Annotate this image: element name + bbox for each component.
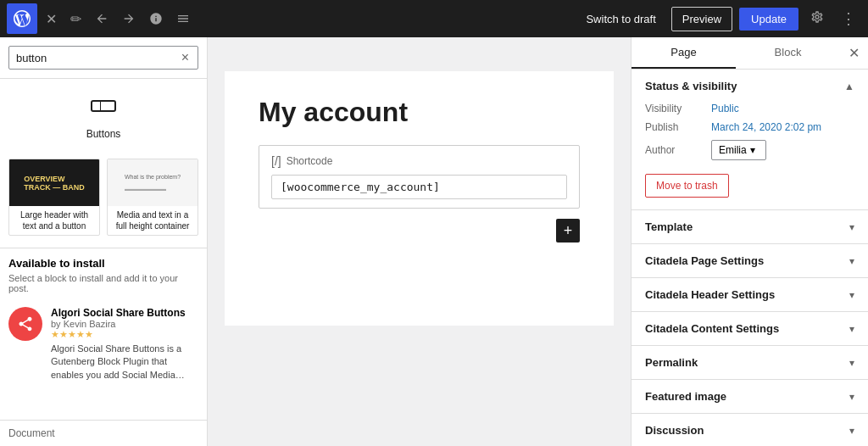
toolbar-left: ✕ ✏ [7,3,195,34]
template-header[interactable]: Template ▾ [632,210,868,243]
featured-image-chevron: ▾ [849,391,854,403]
pattern-thumb-img-2: What is the problem?▬▬▬▬▬▬▬ [108,159,198,206]
list-view-button[interactable] [171,7,195,31]
permalink-section: Permalink ▾ [632,346,868,380]
search-input[interactable] [16,52,180,64]
publish-value[interactable]: March 24, 2020 2:02 pm [711,121,821,133]
shortcode-block: [/] Shortcode [259,145,580,209]
right-panel-close-button[interactable]: ✕ [840,37,868,69]
pattern-thumb-1[interactable]: OVERVIEWTRACK — BAND Large header with t… [8,159,100,236]
add-block-wrap: + [259,219,580,243]
pattern-grid: OVERVIEWTRACK — BAND Large header with t… [0,150,207,244]
info-button[interactable] [144,7,168,31]
discussion-chevron: ▾ [849,425,854,437]
toolbar: ✕ ✏ Switch to draft Preview Update ⋮ [0,0,868,37]
buttons-block-icon [86,89,120,123]
citadela-header-header[interactable]: Citadela Header Settings ▾ [632,278,868,311]
author-label: Author [645,144,704,156]
permalink-header[interactable]: Permalink ▾ [632,346,868,379]
toolbar-right: Switch to draft Preview Update ⋮ [577,4,861,33]
template-title: Template [645,220,693,233]
citadela-page-section: Citadela Page Settings ▾ [632,244,868,278]
buttons-block-label: Buttons [86,128,121,140]
author-select[interactable]: Emilia ▾ [711,140,766,160]
citadela-page-chevron: ▾ [849,255,854,267]
author-value: Emilia [719,144,747,156]
plugin-stars: ★★★★★ [51,329,198,340]
search-clear-button[interactable]: × [180,50,191,65]
tab-page[interactable]: Page [632,37,736,69]
discussion-section: Discussion ▾ [632,414,868,446]
citadela-content-header[interactable]: Citadela Content Settings ▾ [632,312,868,345]
document-tab[interactable]: Document [0,420,207,446]
right-panel-body: Status & visibility ▲ Visibility Public … [632,70,868,446]
update-button[interactable]: Update [739,8,798,31]
switch-draft-button[interactable]: Switch to draft [577,8,664,31]
template-section: Template ▾ [632,210,868,244]
featured-image-title: Featured image [645,390,726,403]
citadela-header-chevron: ▾ [849,289,854,301]
publish-row: Publish March 24, 2020 2:02 pm [645,121,854,133]
citadela-page-header[interactable]: Citadela Page Settings ▾ [632,244,868,277]
search-input-wrap: × [8,46,198,70]
pattern-thumb-label-2: Media and text in a full height containe… [108,206,198,235]
status-visibility-title: Status & visibility [645,80,737,92]
pattern-thumb-label-1: Large header with text and a button [9,206,99,235]
status-visibility-body: Visibility Public Publish March 24, 2020… [632,103,868,209]
tab-block[interactable]: Block [736,37,840,69]
citadela-page-title: Citadela Page Settings [645,254,764,267]
available-title: Available to install [8,257,198,270]
visibility-label: Visibility [645,103,704,114]
plugin-author: by Kevin Bazira [51,319,198,329]
status-visibility-chevron-up: ▲ [844,81,854,92]
page-title: My account [259,97,580,128]
status-visibility-section: Status & visibility ▲ Visibility Public … [632,70,868,210]
more-options-button[interactable]: ⋮ [836,4,861,33]
author-row: Author Emilia ▾ [645,140,854,160]
shortcode-input[interactable] [271,175,567,199]
citadela-content-section: Citadela Content Settings ▾ [632,312,868,346]
right-panel: Page Block ✕ Status & visibility ▲ Visib… [631,37,868,446]
available-section: Available to install Select a block to i… [0,248,207,395]
center-content: My account [/] Shortcode + [208,37,631,446]
move-to-trash-button[interactable]: Move to trash [645,174,729,198]
shortcode-header: [/] Shortcode [271,154,567,168]
author-chevron: ▾ [750,144,755,156]
citadela-content-chevron: ▾ [849,323,854,335]
discussion-header[interactable]: Discussion ▾ [632,414,868,446]
svg-rect-1 [100,101,101,111]
template-chevron: ▾ [849,221,854,233]
featured-image-header[interactable]: Featured image ▾ [632,380,868,413]
search-box: × [0,37,207,79]
shortcode-label: Shortcode [287,155,333,167]
edit-button[interactable]: ✏ [65,6,86,32]
citadela-content-title: Citadela Content Settings [645,322,779,335]
right-panel-tabs: Page Block ✕ [632,37,868,70]
preview-button[interactable]: Preview [671,7,732,31]
svg-rect-0 [92,101,115,111]
redo-button[interactable] [117,7,141,31]
buttons-block-item[interactable]: Buttons [0,79,207,150]
undo-button[interactable] [90,7,114,31]
page-canvas: My account [/] Shortcode + [225,71,614,326]
citadela-header-title: Citadela Header Settings [645,288,775,301]
pattern-thumb-2[interactable]: What is the problem?▬▬▬▬▬▬▬ Media and te… [107,159,198,236]
left-panel: × Buttons OVERVIEWTRACK — BAND Large hea… [0,37,208,446]
permalink-chevron: ▾ [849,357,854,369]
status-visibility-header[interactable]: Status & visibility ▲ [632,70,868,103]
discussion-title: Discussion [645,424,704,437]
wp-logo[interactable] [7,3,37,34]
available-subtitle: Select a block to install and add it to … [8,273,198,293]
permalink-title: Permalink [645,356,698,369]
pattern-thumb-img-1: OVERVIEWTRACK — BAND [9,159,99,206]
plugin-info: Algori Social Share Buttons by Kevin Baz… [51,307,198,382]
plugin-name: Algori Social Share Buttons [51,307,198,319]
plugin-item[interactable]: Algori Social Share Buttons by Kevin Baz… [8,302,198,387]
plugin-icon [8,307,42,341]
shortcode-bracket: [/] [271,154,281,168]
close-button[interactable]: ✕ [41,6,62,32]
visibility-value[interactable]: Public [711,103,739,114]
add-block-button[interactable]: + [556,219,580,243]
plugin-desc: Algori Social Share Buttons is a Gutenbe… [51,343,198,382]
settings-button[interactable] [805,5,829,32]
